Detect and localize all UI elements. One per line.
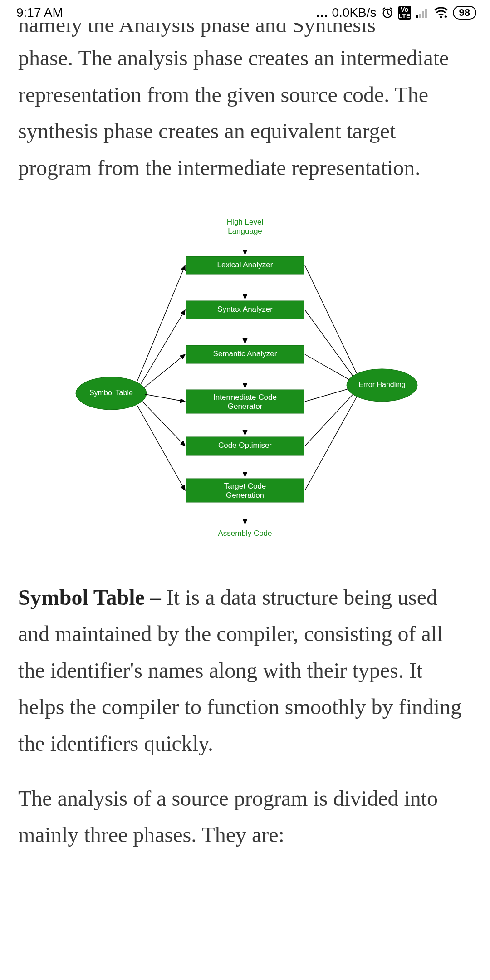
svg-line-40 — [305, 389, 348, 402]
error-handling-node: Error Handling — [347, 369, 417, 402]
paragraph-3: The analysis of a source program is divi… — [18, 780, 472, 853]
phase-lexical: Lexical Analyzer — [186, 256, 304, 274]
svg-text:Symbol Table: Symbol Table — [89, 389, 133, 397]
svg-text:Lexical Analyzer: Lexical Analyzer — [217, 260, 273, 269]
compiler-phases-diagram: High Level Language Lexical Analyzer Syn… — [18, 205, 472, 579]
svg-text:Syntax Analyzer: Syntax Analyzer — [217, 305, 273, 314]
alarm-icon — [381, 6, 394, 19]
phase-semantic: Semantic Analyzer — [186, 345, 304, 363]
svg-rect-4 — [425, 9, 427, 18]
top-label-1: High Level — [227, 218, 263, 226]
svg-rect-2 — [419, 14, 421, 18]
svg-line-38 — [305, 310, 353, 376]
top-label-2: Language — [228, 227, 262, 235]
paragraph-1: phase. The analysis phase creates an int… — [18, 40, 472, 186]
svg-line-31 — [144, 354, 185, 388]
symbol-table-node: Symbol Table — [76, 377, 147, 410]
svg-line-39 — [305, 354, 349, 380]
svg-line-41 — [305, 394, 353, 446]
svg-text:Target Code: Target Code — [224, 482, 266, 490]
status-time: 9:17 AM — [16, 5, 63, 20]
bottom-label: Assembly Code — [218, 529, 272, 538]
svg-rect-1 — [416, 15, 418, 18]
battery-indicator: 98 — [453, 6, 476, 20]
svg-line-30 — [141, 310, 185, 384]
paragraph-2: Symbol Table – It is a data structure be… — [18, 579, 472, 762]
p2-lead: Symbol Table – — [18, 585, 167, 609]
phase-intermediate-code: Intermediate Code Generator — [186, 390, 304, 413]
svg-text:Code Optimiser: Code Optimiser — [218, 441, 272, 450]
dots-icon: … — [315, 5, 327, 20]
signal-icon — [416, 7, 429, 18]
diagram-svg: High Level Language Lexical Analyzer Syn… — [68, 216, 422, 552]
svg-line-42 — [305, 397, 357, 490]
status-bar: 9:17 AM … 0.0KB/s VoLTE 98 — [0, 0, 490, 25]
phase-target-code: Target Code Generation — [186, 479, 304, 502]
net-speed: 0.0KB/s — [332, 5, 376, 20]
phase-optimiser: Code Optimiser — [186, 437, 304, 455]
article-content: namely the Analysis phase and Synthesis … — [0, 25, 490, 853]
svg-text:Generator: Generator — [228, 402, 263, 411]
phase-syntax: Syntax Analyzer — [186, 301, 304, 319]
svg-line-33 — [142, 401, 185, 446]
svg-line-32 — [145, 394, 185, 402]
svg-text:Generation: Generation — [226, 491, 264, 500]
svg-text:Error Handling: Error Handling — [358, 381, 405, 388]
wifi-icon — [434, 7, 448, 19]
svg-text:Intermediate Code: Intermediate Code — [213, 393, 277, 402]
svg-rect-3 — [422, 11, 424, 18]
cutoff-line: namely the Analysis phase and Synthesis — [18, 23, 472, 39]
svg-line-34 — [137, 405, 185, 490]
svg-text:Semantic Analyzer: Semantic Analyzer — [213, 349, 277, 358]
p2-body: It is a data structure being used and ma… — [18, 585, 461, 756]
volte-icon: VoLTE — [398, 6, 411, 20]
svg-line-37 — [305, 265, 357, 373]
svg-point-5 — [440, 16, 442, 18]
svg-line-29 — [137, 265, 185, 382]
